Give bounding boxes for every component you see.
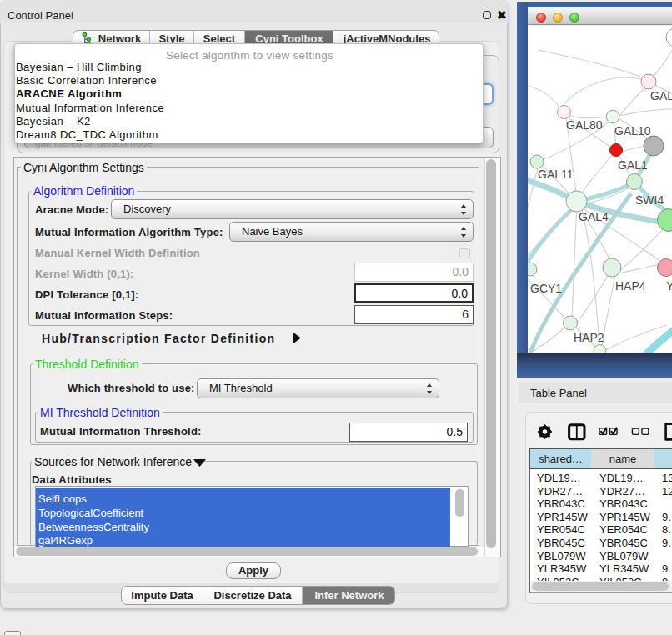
svg-text:HAP2: HAP2 — [574, 331, 604, 344]
svg-text:GCY1: GCY1 — [530, 282, 562, 295]
svg-text:GAL1: GAL1 — [618, 158, 648, 172]
svg-text:GAL80: GAL80 — [566, 118, 603, 132]
svg-text:HAP4: HAP4 — [615, 279, 646, 292]
svg-text:GAL11: GAL11 — [538, 168, 574, 181]
svg-text:GAL4: GAL4 — [579, 210, 609, 223]
svg-text:GAL2: GAL2 — [650, 89, 672, 102]
svg-text:SWI4: SWI4 — [635, 193, 664, 207]
svg-text:YJ: YJ — [666, 279, 672, 292]
svg-text:GAL10: GAL10 — [614, 124, 651, 138]
